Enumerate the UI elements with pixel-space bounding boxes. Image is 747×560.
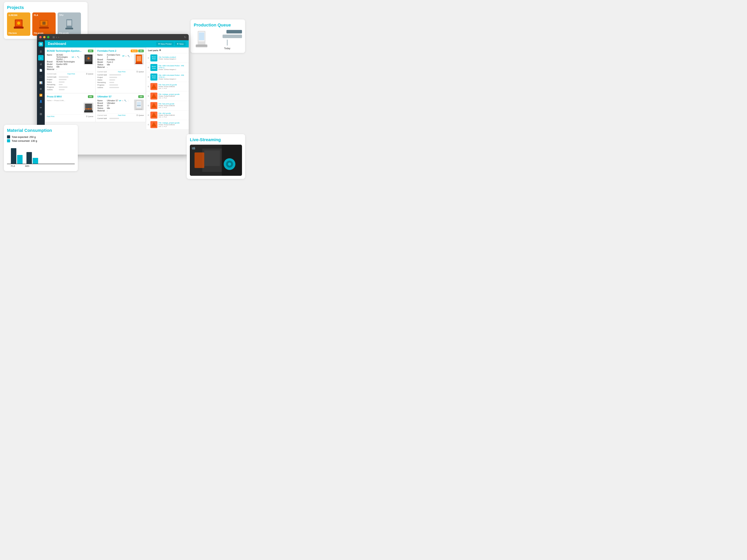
project-item-pla[interactable]: PLA File.gcode bbox=[32, 12, 56, 36]
printers-section: BCN3D Technologies Epsilon... Idle Name … bbox=[45, 48, 146, 130]
sidebar-item-layers[interactable]: ▤ bbox=[38, 111, 44, 116]
part-file-7[interactable]: File: zib2.gcode bbox=[158, 112, 187, 114]
last-parts-settings-icon[interactable]: ⚙ bbox=[159, 49, 161, 52]
link-icon-bcn3d[interactable]: ∞ bbox=[75, 56, 76, 58]
detail-row-model-bcn3d: Model Epsilon W50 bbox=[47, 63, 82, 65]
legend-label-expected: Total expected: 250 g bbox=[12, 136, 36, 138]
chart-labels: PLA ABS bbox=[7, 164, 75, 168]
part-ext-6: Extr. 1: PLA bbox=[158, 107, 187, 108]
new-label: New bbox=[179, 43, 184, 45]
svg-marker-40 bbox=[151, 93, 157, 98]
svg-marker-42 bbox=[151, 112, 157, 117]
window-titlebar: ⊞ ‹ › ↻ bbox=[37, 34, 189, 40]
titlebar-minimize-dot[interactable] bbox=[43, 36, 46, 38]
project-item-gresin[interactable]: G.RESIN File.form bbox=[7, 12, 30, 36]
pq-bar-light bbox=[223, 35, 242, 38]
titlebar-refresh-icon[interactable]: ↻ bbox=[184, 35, 186, 39]
part-ext-7: Extr. 1: PLA bbox=[158, 116, 187, 118]
part-dot-8 bbox=[148, 124, 149, 126]
part-item-4: File: fast print (5).gcode Printer: Prus… bbox=[146, 82, 189, 91]
part-printer-7: Printer: Prusa i3 MK3/S bbox=[158, 114, 187, 116]
sidebar-item-printers[interactable]: 🖨 bbox=[38, 61, 44, 67]
fast-print-link-formlabs[interactable]: Fast Print bbox=[118, 71, 126, 73]
part-info-6: File: fast print.gcode Printer: Prusa i3… bbox=[158, 103, 187, 108]
printer-name-bcn3d: BCN3D Technologies Epsilon... bbox=[47, 50, 81, 52]
printer-name-prusa: Prusa i3 MK4 bbox=[47, 95, 61, 98]
projects-card: Projects G.RESIN File.form PLA File.gcod… bbox=[4, 2, 87, 39]
part-file-8[interactable]: File: malaga_project.gcode bbox=[158, 122, 187, 124]
sidebar-item-files[interactable]: 📄 bbox=[38, 68, 44, 73]
new-button[interactable]: ⊕ New bbox=[175, 42, 186, 46]
svg-rect-28 bbox=[85, 104, 92, 111]
sidebar-item-dashboard[interactable]: ⌂ bbox=[38, 55, 44, 60]
fast-print-link-ultimaker[interactable]: Fast Print bbox=[118, 114, 126, 116]
part-file-2[interactable]: File: ABB Articulated Robot - IRB 6700 (… bbox=[158, 65, 187, 69]
chart-bar-pla-expected bbox=[11, 148, 16, 164]
queue-btn-bcn3d[interactable]: ☰ Queue bbox=[86, 73, 93, 75]
part-printer-4: Printer: Prusa i3 MK3/S bbox=[158, 86, 187, 87]
detail-row-material-bcn3d: Material - bbox=[47, 68, 82, 71]
detail-row-material-formlabs: Material - bbox=[98, 66, 133, 68]
part-file-6[interactable]: File: fast print.gcode bbox=[158, 103, 187, 105]
part-file-3[interactable]: File: ABB Articulated Robot - IRB 6700 (… bbox=[158, 74, 187, 78]
task-row-task: Current task bbox=[47, 76, 93, 78]
printer-image-bcn3d bbox=[84, 54, 93, 64]
queue-btn-formlabs[interactable]: ☰ Queue bbox=[136, 71, 144, 73]
wrench-icon-ultimaker[interactable]: 🔧 bbox=[124, 100, 126, 102]
detail-row-model-formlabs: Model Form 2 bbox=[98, 61, 133, 63]
titlebar-close-dot[interactable] bbox=[39, 36, 42, 38]
sidebar-item-queues[interactable]: ⬚ bbox=[38, 74, 44, 79]
wrench-icon-bcn3d[interactable]: 🔧 bbox=[77, 56, 79, 58]
dots-icon-bcn3d[interactable]: ⋮ bbox=[80, 56, 82, 58]
projects-title: Projects bbox=[7, 5, 84, 10]
chart-group-abs bbox=[26, 152, 38, 164]
fast-print-link-bcn3d[interactable]: Fast Print bbox=[68, 73, 75, 75]
task-bar-remaining-f bbox=[109, 82, 114, 83]
titlebar-grid-icon[interactable]: ⊞ bbox=[53, 35, 55, 39]
printer-info-ultimaker: Name Ultimaker S7 VP ∞ 🔧 ⋮ bbox=[98, 100, 144, 112]
part-file-5[interactable]: File: malaga_project.gcode bbox=[158, 93, 187, 95]
part-thumb-resin-1: ResinPrint bbox=[150, 54, 157, 61]
svg-rect-11 bbox=[67, 21, 71, 25]
titlebar-back-icon[interactable]: ‹ bbox=[56, 35, 57, 39]
detail-row-name-bcn3d: Name BCN3D Technologies Epsilon ... VP ∞… bbox=[47, 54, 82, 60]
sidebar-item-users[interactable]: 👤 bbox=[38, 99, 44, 104]
sidebar-item-analytics[interactable]: 📊 bbox=[38, 80, 44, 85]
fast-print-link-prusa[interactable]: Fast Print bbox=[47, 115, 54, 117]
part-thumb-orange-7 bbox=[150, 112, 157, 118]
svg-rect-7 bbox=[43, 22, 46, 25]
part-printer-1: Printer: Zortrax Inkspire 2 bbox=[158, 58, 187, 60]
pq-timeline: Today bbox=[212, 30, 242, 50]
badge-idle-prusa: Idle bbox=[88, 95, 93, 98]
part-file-1[interactable]: File: formlabs.zcodex2 bbox=[158, 56, 187, 58]
queue-btn-ultimaker[interactable]: ☰ Queue bbox=[136, 114, 144, 116]
titlebar-forward-icon[interactable]: › bbox=[58, 35, 59, 39]
sidebar-item-edit[interactable]: ✏ bbox=[38, 105, 44, 110]
part-item-1: ResinPrint File: formlabs.zcodex2 Printe… bbox=[146, 53, 189, 63]
link-icon-ultimaker[interactable]: ∞ bbox=[122, 100, 123, 102]
formlabs-badges: Resin Idle bbox=[131, 50, 144, 52]
project-item-tpu[interactable]: TPU File.gcode bbox=[58, 12, 81, 36]
part-info-5: File: malaga_project.gcode Printer: Prus… bbox=[158, 93, 187, 99]
new-icon: ⊕ bbox=[177, 43, 179, 45]
titlebar-nav-icons: ⊞ ‹ › bbox=[53, 35, 59, 39]
badge-idle-formlabs: Idle bbox=[138, 50, 144, 52]
dots-icon-ultimaker[interactable]: ⋮ bbox=[127, 100, 129, 102]
queue-btn-prusa[interactable]: ☰ Queue bbox=[86, 115, 93, 117]
printer-icon-pla bbox=[38, 19, 50, 30]
task-row-project-f: Project bbox=[98, 76, 144, 78]
printer-card-header-ultimaker: Ultimaker S7 Idle bbox=[98, 95, 144, 98]
dots-icon-formlabs[interactable]: ⋮ bbox=[131, 55, 132, 57]
part-file-4[interactable]: File: fast print (5).gcode bbox=[158, 84, 187, 86]
printer-details-bcn3d: Name BCN3D Technologies Epsilon ... VP ∞… bbox=[47, 54, 82, 71]
titlebar-maximize-dot[interactable] bbox=[47, 36, 49, 38]
sidebar-item-settings[interactable]: ⚙ bbox=[38, 86, 44, 91]
wrench-icon-formlabs[interactable]: 🔧 bbox=[127, 55, 130, 57]
sidebar-item-wifi[interactable]: 📶 bbox=[38, 92, 44, 98]
link-icon-formlabs[interactable]: ∞ bbox=[125, 55, 127, 57]
sidebar-menu-icon[interactable]: ☰ bbox=[38, 49, 44, 54]
printer-card-bcn3d: BCN3D Technologies Epsilon... Idle Name … bbox=[45, 48, 95, 93]
new-printer-button[interactable]: ⊕ New Printer bbox=[156, 42, 174, 46]
task-row-project: Project bbox=[47, 79, 93, 80]
chart-area bbox=[7, 145, 75, 164]
